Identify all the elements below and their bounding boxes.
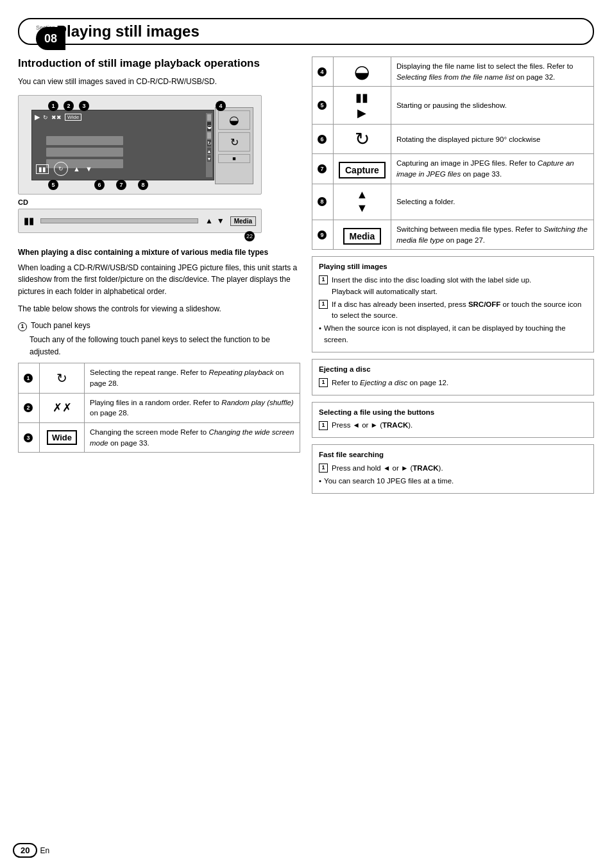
cd-media-button: Media bbox=[230, 216, 256, 226]
right-row-7: 7 Capture Capturing an image in JPEG fil… bbox=[312, 154, 594, 184]
page-number: 20 bbox=[13, 843, 37, 858]
diagram-bubble-3: 3 bbox=[79, 101, 89, 111]
right-row-9: 9 Media Switching between media file typ… bbox=[312, 220, 594, 249]
device-side-panel: ◒ ↻ ■ bbox=[215, 107, 253, 184]
select-file-item-1: 1 Press ◄ or ► (TRACK). bbox=[319, 420, 587, 431]
func-row-1: 1 ↻ Selecting the repeat range. Refer to… bbox=[19, 363, 300, 393]
arrow-down-icon: ▼ bbox=[357, 202, 368, 216]
touch-panel-label: Touch panel keys bbox=[31, 320, 90, 331]
right-num-5: 5 bbox=[312, 87, 334, 125]
wide-icon: Wide bbox=[47, 430, 77, 445]
func-num-2: 2 bbox=[19, 393, 40, 422]
info-box-selecting-file-title: Selecting a file using the buttons bbox=[319, 407, 587, 419]
info-box-selecting-file: Selecting a file using the buttons 1 Pre… bbox=[312, 402, 594, 438]
left-column: Introduction of still image playback ope… bbox=[18, 56, 300, 494]
right-icon-rotate: ↻ bbox=[334, 125, 391, 154]
arrow-up-icon: ▲ bbox=[357, 188, 368, 202]
right-icon-media: Media bbox=[334, 220, 391, 249]
diagram-bubble-6: 6 bbox=[94, 180, 105, 190]
right-icon-capture: Capture bbox=[334, 154, 391, 184]
right-desc-4: Displaying the file name list to select … bbox=[391, 57, 593, 87]
bullet-marker-fast: • bbox=[319, 476, 321, 487]
func-row-2: 2 ✗✗ Playing files in a random order. Re… bbox=[19, 393, 300, 422]
cd-diagram: ▮▮ ▲ ▼ Media 22 bbox=[18, 209, 262, 233]
right-num-9: 9 bbox=[312, 220, 334, 249]
page: Section 08 Playing still images Introduc… bbox=[0, 0, 612, 868]
right-num-7: 7 bbox=[312, 154, 334, 184]
pause-icon: ▮▮ bbox=[355, 91, 368, 105]
info-box-ejecting-title: Ejecting a disc bbox=[319, 364, 587, 376]
right-num-6: 6 bbox=[312, 125, 334, 154]
info-box-playing-title: Playing still images bbox=[319, 261, 587, 273]
sq-marker-eject: 1 bbox=[319, 378, 329, 389]
diagram-bubble-7: 7 bbox=[116, 180, 126, 190]
func-num-1: 1 bbox=[19, 363, 40, 393]
fast-search-item-2: • You can search 10 JPEG files at a time… bbox=[319, 476, 587, 487]
sq-marker-2: 1 bbox=[319, 299, 329, 322]
diagram-bubble-1: 1 bbox=[48, 101, 58, 111]
func-desc-3: Changing the screen mode Refer to Changi… bbox=[85, 423, 300, 453]
info-box-playing: Playing still images 1 Insert the disc i… bbox=[312, 256, 594, 352]
diagram-bubble-8: 8 bbox=[138, 180, 148, 190]
touch-panel-desc: Touch any of the following touch panel k… bbox=[30, 334, 300, 358]
fast-search-item-1: 1 Press and hold ◄ or ► (TRACK). bbox=[319, 463, 587, 474]
func-num-3: 3 bbox=[19, 423, 40, 453]
right-row-5: 5 ▮▮ ▶ Starting or pausing the slideshow… bbox=[312, 87, 594, 125]
fast-search-text-2: You can search 10 JPEG files at a time. bbox=[324, 476, 454, 487]
device-screen: ▶ ↻ ✖✖ Wide ◒ ↻ ▲ ▼ bbox=[31, 110, 214, 180]
play-icon: ▶ bbox=[357, 106, 366, 120]
cd-arrow-up: ▲ bbox=[205, 216, 213, 225]
func-desc-1: Selecting the repeat range. Refer to Rep… bbox=[85, 363, 300, 393]
info-item-1: 1 Insert the disc into the disc loading … bbox=[319, 275, 587, 298]
section-title: Playing still images bbox=[56, 22, 200, 40]
touch-panel-desc-wrap: Touch any of the following touch panel k… bbox=[18, 334, 300, 358]
right-desc-8: Selecting a folder. bbox=[391, 184, 593, 220]
touch-panel-item: 1 Touch panel keys bbox=[18, 320, 300, 331]
capture-icon: Capture bbox=[339, 162, 386, 178]
media-icon: Media bbox=[343, 228, 382, 245]
right-icon-file: ◒ bbox=[334, 57, 391, 87]
diagram-bubble-2: 2 bbox=[64, 101, 74, 111]
section-header: Section 08 Playing still images bbox=[18, 18, 594, 45]
info-box-fast-search: Fast file searching 1 Press and hold ◄ o… bbox=[312, 444, 594, 493]
bullet-marker-1: • bbox=[319, 323, 321, 346]
info-text-2: If a disc has already been inserted, pre… bbox=[332, 299, 587, 322]
rotate-icon: ↻ bbox=[355, 129, 370, 149]
cd-pause-icon: ▮▮ bbox=[24, 216, 34, 226]
cd-diagram-bubble-22: 22 bbox=[244, 231, 255, 241]
info-box-ejecting: Ejecting a disc 1 Refer to Ejecting a di… bbox=[312, 359, 594, 395]
device-diagram: ▶ ↻ ✖✖ Wide ◒ ↻ ▲ ▼ bbox=[18, 95, 262, 195]
right-icon-pause-play: ▮▮ ▶ bbox=[334, 87, 391, 125]
page-number-area: 20 En bbox=[13, 843, 49, 858]
page-lang: En bbox=[40, 846, 49, 855]
right-desc-9: Switching between media file types. Refe… bbox=[391, 220, 593, 249]
func-row-3: 3 Wide Changing the screen mode Refer to… bbox=[19, 423, 300, 453]
right-function-table: 4 ◒ Displaying the file name list to sel… bbox=[312, 56, 594, 250]
eject-text-1: Refer to Ejecting a disc on page 12. bbox=[332, 378, 448, 389]
note-heading: When playing a disc containing a mixture… bbox=[18, 247, 300, 258]
circle-marker-1: 1 bbox=[18, 321, 28, 331]
pause-play-icon: ▮▮ ▶ bbox=[339, 91, 386, 120]
section-number: 08 bbox=[36, 27, 65, 50]
folder-arrows-icon: ▲ ▼ bbox=[339, 188, 386, 216]
eject-item-1: 1 Refer to Ejecting a disc on page 12. bbox=[319, 378, 587, 389]
right-column: 4 ◒ Displaying the file name list to sel… bbox=[312, 56, 594, 494]
right-row-4: 4 ◒ Displaying the file name list to sel… bbox=[312, 57, 594, 87]
fast-search-text-1: Press and hold ◄ or ► (TRACK). bbox=[332, 463, 443, 474]
info-item-2: 1 If a disc has already been inserted, p… bbox=[319, 299, 587, 322]
right-row-8: 8 ▲ ▼ Selecting a folder. bbox=[312, 184, 594, 220]
repeat-icon: ↻ bbox=[56, 371, 67, 385]
right-num-4: 4 bbox=[312, 57, 334, 87]
note-body2: The table below shows the controls for v… bbox=[18, 303, 300, 315]
left-function-table: 1 ↻ Selecting the repeat range. Refer to… bbox=[18, 363, 300, 453]
cd-arrow-down: ▼ bbox=[217, 216, 225, 225]
func-icon-repeat: ↻ bbox=[40, 363, 85, 393]
right-row-6: 6 ↻ Rotating the displayed picture 90° c… bbox=[312, 125, 594, 154]
cd-progress-bar bbox=[40, 218, 198, 223]
func-desc-2: Playing files in a random order. Refer t… bbox=[85, 393, 300, 422]
cd-label: CD bbox=[18, 198, 300, 206]
note-body1: When loading a CD-R/RW/USB/SD containing… bbox=[18, 262, 300, 298]
section-title-bar: Playing still images bbox=[18, 18, 594, 45]
right-desc-6: Rotating the displayed picture 90° clock… bbox=[391, 125, 593, 154]
intro-text: You can view still images saved in CD-R/… bbox=[18, 76, 300, 87]
